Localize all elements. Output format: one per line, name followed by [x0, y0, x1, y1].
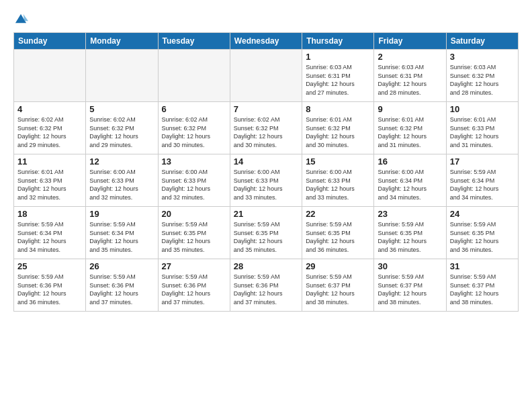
calendar-cell: 1Sunrise: 6:03 AM Sunset: 6:31 PM Daylig…: [302, 50, 374, 102]
calendar-header: SundayMondayTuesdayWednesdayThursdayFrid…: [14, 33, 519, 50]
day-number: 30: [378, 261, 442, 271]
calendar-cell: 18Sunrise: 5:59 AM Sunset: 6:34 PM Dayli…: [14, 207, 86, 259]
calendar-cell: 25Sunrise: 5:59 AM Sunset: 6:36 PM Dayli…: [14, 259, 86, 312]
day-number: 23: [378, 209, 442, 219]
calendar-cell: 14Sunrise: 6:00 AM Sunset: 6:33 PM Dayli…: [230, 154, 302, 207]
day-info: Sunrise: 5:59 AM Sunset: 6:34 PM Dayligh…: [89, 220, 154, 254]
calendar-cell: 23Sunrise: 5:59 AM Sunset: 6:35 PM Dayli…: [374, 207, 446, 259]
day-number: 13: [162, 156, 226, 167]
calendar-cell: 9Sunrise: 6:01 AM Sunset: 6:32 PM Daylig…: [374, 102, 446, 154]
calendar-cell: 29Sunrise: 5:59 AM Sunset: 6:37 PM Dayli…: [302, 259, 374, 312]
calendar-cell: 30Sunrise: 5:59 AM Sunset: 6:37 PM Dayli…: [374, 259, 446, 312]
week-row-3: 11Sunrise: 6:01 AM Sunset: 6:33 PM Dayli…: [14, 154, 519, 207]
day-info: Sunrise: 6:03 AM Sunset: 6:31 PM Dayligh…: [306, 63, 370, 97]
calendar-cell: 28Sunrise: 5:59 AM Sunset: 6:36 PM Dayli…: [230, 259, 302, 312]
day-header-thursday: Thursday: [302, 33, 374, 50]
day-number: 21: [234, 209, 298, 219]
day-number: 2: [378, 52, 442, 62]
calendar-cell: 8Sunrise: 6:01 AM Sunset: 6:32 PM Daylig…: [302, 102, 374, 154]
day-number: 31: [450, 261, 515, 271]
calendar-cell: 26Sunrise: 5:59 AM Sunset: 6:36 PM Dayli…: [86, 259, 158, 312]
calendar-cell: 11Sunrise: 6:01 AM Sunset: 6:33 PM Dayli…: [14, 154, 86, 207]
logo: [13, 12, 31, 27]
day-info: Sunrise: 6:01 AM Sunset: 6:33 PM Dayligh…: [17, 168, 82, 201]
day-info: Sunrise: 5:59 AM Sunset: 6:36 PM Dayligh…: [234, 273, 298, 306]
logo-icon: [13, 12, 28, 27]
day-info: Sunrise: 6:00 AM Sunset: 6:33 PM Dayligh…: [89, 168, 154, 201]
day-info: Sunrise: 5:59 AM Sunset: 6:34 PM Dayligh…: [450, 168, 515, 201]
day-info: Sunrise: 6:03 AM Sunset: 6:31 PM Dayligh…: [378, 63, 442, 97]
day-info: Sunrise: 5:59 AM Sunset: 6:34 PM Dayligh…: [17, 220, 82, 254]
day-info: Sunrise: 5:59 AM Sunset: 6:35 PM Dayligh…: [162, 220, 226, 254]
day-header-friday: Friday: [374, 33, 446, 50]
day-info: Sunrise: 5:59 AM Sunset: 6:35 PM Dayligh…: [378, 220, 442, 254]
calendar-body: 1Sunrise: 6:03 AM Sunset: 6:31 PM Daylig…: [14, 50, 519, 312]
calendar-cell: 16Sunrise: 6:00 AM Sunset: 6:34 PM Dayli…: [374, 154, 446, 207]
day-info: Sunrise: 6:03 AM Sunset: 6:32 PM Dayligh…: [450, 63, 515, 97]
day-number: 19: [89, 209, 154, 219]
day-number: 6: [162, 104, 226, 114]
day-header-sunday: Sunday: [14, 33, 86, 50]
calendar-cell: 12Sunrise: 6:00 AM Sunset: 6:33 PM Dayli…: [86, 154, 158, 207]
day-info: Sunrise: 6:01 AM Sunset: 6:32 PM Dayligh…: [306, 116, 370, 149]
day-number: 12: [89, 156, 154, 167]
day-number: 24: [450, 209, 515, 219]
day-info: Sunrise: 5:59 AM Sunset: 6:36 PM Dayligh…: [17, 273, 82, 306]
day-number: 26: [89, 261, 154, 271]
calendar-cell: 7Sunrise: 6:02 AM Sunset: 6:32 PM Daylig…: [230, 102, 302, 154]
day-number: 28: [234, 261, 298, 271]
day-header-monday: Monday: [86, 33, 158, 50]
day-info: Sunrise: 6:02 AM Sunset: 6:32 PM Dayligh…: [234, 116, 298, 149]
calendar-cell: 31Sunrise: 5:59 AM Sunset: 6:37 PM Dayli…: [446, 259, 518, 312]
day-number: 18: [17, 209, 82, 219]
day-info: Sunrise: 6:01 AM Sunset: 6:33 PM Dayligh…: [450, 116, 515, 149]
day-info: Sunrise: 5:59 AM Sunset: 6:35 PM Dayligh…: [234, 220, 298, 254]
day-number: 14: [234, 156, 298, 167]
day-number: 16: [378, 156, 442, 167]
day-number: 4: [17, 104, 82, 114]
calendar-cell: 6Sunrise: 6:02 AM Sunset: 6:32 PM Daylig…: [158, 102, 230, 154]
day-number: 22: [306, 209, 370, 219]
calendar: SundayMondayTuesdayWednesdayThursdayFrid…: [13, 32, 519, 312]
calendar-cell: 3Sunrise: 6:03 AM Sunset: 6:32 PM Daylig…: [446, 50, 518, 102]
calendar-cell: 20Sunrise: 5:59 AM Sunset: 6:35 PM Dayli…: [158, 207, 230, 259]
calendar-cell: [14, 50, 86, 102]
day-number: 9: [378, 104, 442, 114]
calendar-cell: 19Sunrise: 5:59 AM Sunset: 6:34 PM Dayli…: [86, 207, 158, 259]
day-header-wednesday: Wednesday: [230, 33, 302, 50]
day-number: 17: [450, 156, 515, 167]
week-row-2: 4Sunrise: 6:02 AM Sunset: 6:32 PM Daylig…: [14, 102, 519, 154]
day-info: Sunrise: 6:02 AM Sunset: 6:32 PM Dayligh…: [162, 116, 226, 149]
day-info: Sunrise: 6:00 AM Sunset: 6:33 PM Dayligh…: [234, 168, 298, 201]
calendar-cell: 5Sunrise: 6:02 AM Sunset: 6:32 PM Daylig…: [86, 102, 158, 154]
calendar-cell: 22Sunrise: 5:59 AM Sunset: 6:35 PM Dayli…: [302, 207, 374, 259]
day-number: 1: [306, 52, 370, 62]
week-row-1: 1Sunrise: 6:03 AM Sunset: 6:31 PM Daylig…: [14, 50, 519, 102]
day-header-tuesday: Tuesday: [158, 33, 230, 50]
day-number: 5: [89, 104, 154, 114]
day-info: Sunrise: 5:59 AM Sunset: 6:37 PM Dayligh…: [306, 273, 370, 306]
day-info: Sunrise: 6:01 AM Sunset: 6:32 PM Dayligh…: [378, 116, 442, 149]
day-info: Sunrise: 6:02 AM Sunset: 6:32 PM Dayligh…: [89, 116, 154, 149]
day-info: Sunrise: 6:00 AM Sunset: 6:33 PM Dayligh…: [162, 168, 226, 201]
day-info: Sunrise: 5:59 AM Sunset: 6:36 PM Dayligh…: [89, 273, 154, 306]
day-number: 27: [162, 261, 226, 271]
calendar-cell: [86, 50, 158, 102]
day-number: 11: [17, 156, 82, 167]
day-number: 10: [450, 104, 515, 114]
calendar-cell: 27Sunrise: 5:59 AM Sunset: 6:36 PM Dayli…: [158, 259, 230, 312]
day-info: Sunrise: 5:59 AM Sunset: 6:35 PM Dayligh…: [306, 220, 370, 254]
days-header-row: SundayMondayTuesdayWednesdayThursdayFrid…: [14, 33, 519, 50]
calendar-cell: [230, 50, 302, 102]
day-number: 29: [306, 261, 370, 271]
calendar-cell: 15Sunrise: 6:00 AM Sunset: 6:33 PM Dayli…: [302, 154, 374, 207]
calendar-cell: 2Sunrise: 6:03 AM Sunset: 6:31 PM Daylig…: [374, 50, 446, 102]
day-info: Sunrise: 5:59 AM Sunset: 6:37 PM Dayligh…: [450, 273, 515, 306]
calendar-cell: 13Sunrise: 6:00 AM Sunset: 6:33 PM Dayli…: [158, 154, 230, 207]
day-number: 3: [450, 52, 515, 62]
day-number: 25: [17, 261, 82, 271]
day-header-saturday: Saturday: [446, 33, 518, 50]
day-info: Sunrise: 5:59 AM Sunset: 6:37 PM Dayligh…: [378, 273, 442, 306]
week-row-5: 25Sunrise: 5:59 AM Sunset: 6:36 PM Dayli…: [14, 259, 519, 312]
calendar-cell: 24Sunrise: 5:59 AM Sunset: 6:35 PM Dayli…: [446, 207, 518, 259]
